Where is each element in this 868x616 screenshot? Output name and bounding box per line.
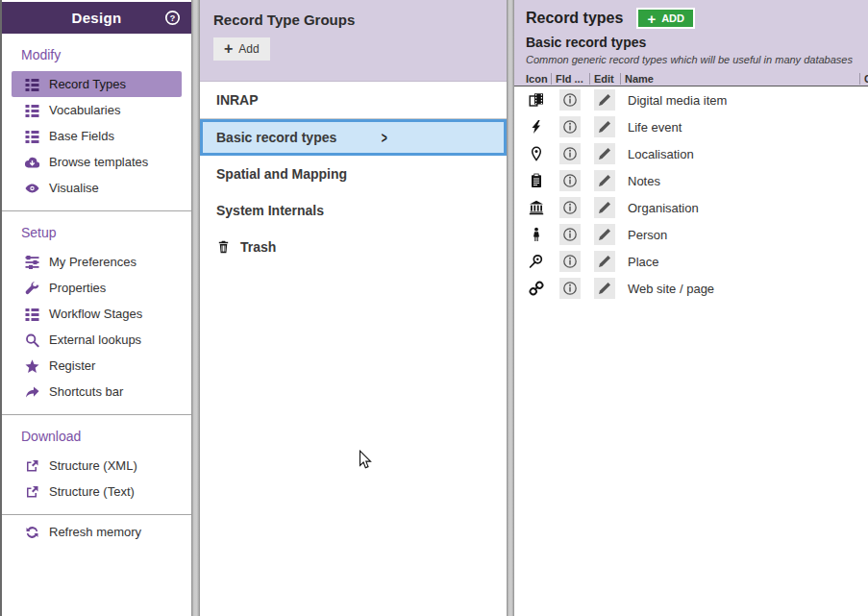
sidebar-item-label: Record Types [49,77,126,91]
sidebar-item-browse-templates[interactable]: Browse templates [12,149,182,175]
wrench-icon [24,281,40,296]
film-icon [529,92,544,108]
sidebar-item-vocabularies[interactable]: Vocabularies [12,97,182,123]
info-button[interactable] [559,278,581,299]
info-icon [562,92,578,108]
sidebar-section: DownloadStructure (XML)Structure (Text) [2,414,191,514]
sidebar-item-label: External lookups [49,333,141,347]
circle-question-icon[interactable]: ? [164,10,181,26]
sidebar-item-structure-xml[interactable]: Structure (XML) [12,453,182,479]
list-icon [24,307,40,322]
record-type-name: Place [620,255,868,269]
record-type-row: Life event [514,113,868,140]
record-type-groups-panel: Record Type Groups + Add INRAPBasic reco… [200,0,507,616]
info-button[interactable] [559,116,581,137]
sidebar-item-external-lookups[interactable]: External lookups [12,327,182,353]
sidebar-item-properties[interactable]: Properties [12,275,182,301]
clipboard-icon [529,173,544,188]
pencil-icon [597,200,612,215]
column-header-icon[interactable]: Icon [522,73,551,85]
globe-pin-icon [529,254,544,269]
section-heading: Modify [21,47,191,62]
lightning-icon [529,119,544,135]
pencil-icon [597,227,612,242]
group-item-system-internals[interactable]: System Internals [200,192,507,229]
selected-group-title: Basic record types [526,35,868,50]
app-window: Design ? ModifyRecord TypesVocabulariesB… [0,0,868,616]
info-button[interactable] [559,170,581,191]
sidebar: Design ? ModifyRecord TypesVocabulariesB… [0,0,191,616]
sidebar-item-refresh-memory[interactable]: Refresh memory [12,519,182,545]
info-button[interactable] [559,143,581,164]
info-button[interactable] [559,224,581,245]
edit-button[interactable] [594,116,615,137]
records-panel-title: Record types [526,10,623,27]
group-item-inrap[interactable]: INRAP [200,82,507,119]
external-link-icon [24,484,40,500]
plus-icon: + [224,44,233,54]
group-item-spatial-and-mapping[interactable]: Spatial and Mapping [200,156,507,192]
panel-splitter[interactable] [191,0,200,616]
info-icon [562,146,578,161]
sidebar-item-workflow-stages[interactable]: Workflow Stages [12,301,182,327]
record-type-name: Digital media item [620,93,868,108]
sidebar-item-label: Register [49,358,95,373]
group-item-trash[interactable]: Trash [200,229,507,265]
column-header-fld[interactable]: Fld ... [551,73,589,85]
sidebar-item-register[interactable]: Register [12,353,182,379]
record-type-row: Notes [514,167,868,194]
info-icon [562,254,578,269]
pencil-icon [597,92,612,108]
pencil-icon [597,254,612,269]
column-header-edit[interactable]: Edit [589,73,620,85]
info-button[interactable] [559,197,581,218]
edit-button[interactable] [594,89,615,111]
info-icon [562,173,578,188]
sidebar-sections: ModifyRecord TypesVocabulariesBase Field… [2,34,191,554]
record-type-row: Person [514,221,868,248]
cloud-download-icon [24,155,40,170]
sidebar-section: SetupMy PreferencesPropertiesWorkflow St… [2,210,191,414]
group-item-label: Spatial and Mapping [216,166,347,182]
group-item-basic-record-types[interactable]: Basic record types> [200,119,507,156]
record-type-row: Organisation [514,194,868,221]
pencil-icon [597,146,612,161]
add-group-button[interactable]: + Add [213,37,270,61]
star-icon [24,358,40,374]
edit-button[interactable] [594,251,615,272]
record-type-name: Life event [620,120,868,135]
info-button[interactable] [559,251,581,272]
panel-splitter[interactable] [507,0,514,616]
add-group-label: Add [238,42,259,56]
edit-button[interactable] [594,278,615,299]
external-link-icon [24,458,40,474]
sidebar-section: Refresh memory [2,514,191,554]
sidebar-item-shortcuts-bar[interactable]: Shortcuts bar [12,379,182,405]
group-item-label: INRAP [216,92,259,108]
info-button[interactable] [559,89,581,111]
add-record-type-button[interactable]: + ADD [638,10,693,27]
edit-button[interactable] [594,197,615,218]
list-icon [24,77,40,92]
sidebar-item-base-fields[interactable]: Base Fields [12,123,182,149]
sliders-icon [24,255,40,270]
edit-button[interactable] [594,170,615,191]
edit-button[interactable] [594,143,615,164]
sidebar-item-structure-text[interactable]: Structure (Text) [12,479,182,505]
svg-text:?: ? [170,13,176,23]
sidebar-title: Design [72,10,122,26]
records-panel-header: Record types + ADD Basic record types Co… [514,0,868,72]
info-icon [562,200,578,215]
column-header-c[interactable]: C [859,73,868,85]
sidebar-item-visualise[interactable]: Visualise [12,175,182,201]
sidebar-item-record-types[interactable]: Record Types [12,71,182,97]
sidebar-header: Design ? [2,2,191,34]
pencil-icon [597,173,612,188]
sidebar-item-label: Vocabularies [49,103,120,117]
sidebar-item-my-preferences[interactable]: My Preferences [12,249,182,275]
list-icon [24,129,40,144]
column-header-name[interactable]: Name [620,73,859,85]
edit-button[interactable] [594,224,615,245]
search-icon [24,333,40,348]
record-type-name: Organisation [620,201,868,215]
